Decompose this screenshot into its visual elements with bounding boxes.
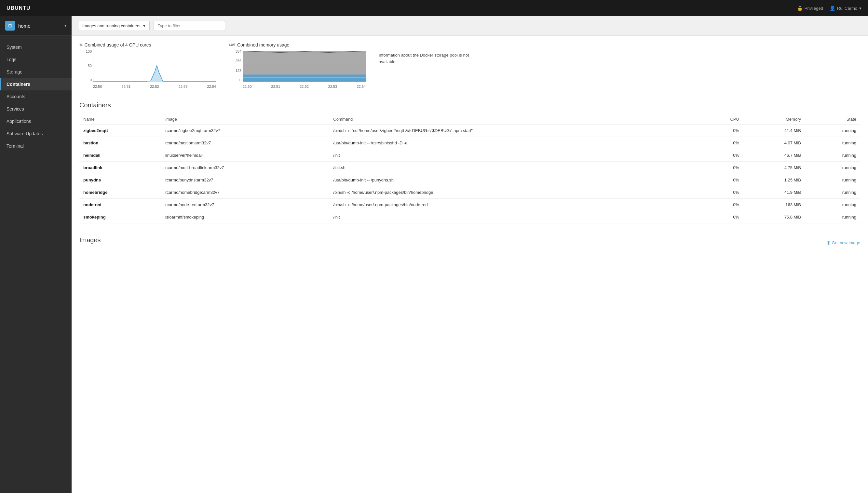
memory-chart-area: 384 256 128 0: [229, 49, 366, 88]
cell-command: /init: [329, 211, 701, 223]
sidebar-divider: [0, 38, 71, 38]
main-layout: ⊞ home ▾ System Logs Storage Containers …: [0, 16, 868, 493]
topbar-title: UBUNTU: [6, 5, 30, 11]
table-row[interactable]: heimdall linuxserver/heimdall /init 0% 4…: [79, 149, 860, 162]
topbar: UBUNTU 🔒 Privileged 👤 Rui Carmo ▾: [0, 0, 868, 16]
cell-cpu: 0%: [701, 199, 743, 211]
get-new-image-button[interactable]: ⊕ Get new image: [826, 240, 860, 246]
containers-table: Name Image Command CPU Memory State zigb…: [79, 114, 860, 223]
cell-memory: 75.8 MiB: [743, 211, 805, 223]
cell-cpu: 0%: [701, 125, 743, 137]
memory-y-labels: 384 256 128 0: [229, 49, 241, 82]
cell-name: punydns: [79, 174, 161, 186]
memory-chart-unit: MiB: [229, 43, 235, 47]
content-area: Images and running containers ▾ % Combin…: [71, 16, 868, 493]
storage-info: Information about the Docker storage poo…: [379, 42, 476, 88]
images-title: Images: [79, 236, 101, 244]
cell-name: heimdall: [79, 149, 161, 162]
cpu-chart-block: % Combined usage of 4 CPU cores 100 50 0: [79, 42, 216, 88]
cell-command: /bin/sh -c "cd /home/user/zigbee2mqtt &&…: [329, 125, 701, 137]
privileged-indicator: 🔒 Privileged: [797, 5, 823, 11]
sidebar-item-storage[interactable]: Storage: [0, 66, 71, 78]
images-header: Images ⊕ Get new image: [79, 236, 860, 249]
cell-cpu: 0%: [701, 149, 743, 162]
cpu-chart-inner: [93, 49, 216, 82]
cell-name: zigbee2mqtt: [79, 125, 161, 137]
memory-x-labels: 22:50 22:51 22:52 22:53 22:54: [243, 85, 366, 88]
plus-circle-icon: ⊕: [826, 240, 831, 246]
cell-image: rcarmo/bastion:arm32v7: [161, 137, 329, 149]
col-header-image: Image: [161, 114, 329, 125]
cell-memory: 41.9 MiB: [743, 186, 805, 199]
cell-image: lsioarmhf/smokeping: [161, 211, 329, 223]
col-header-cpu: CPU: [701, 114, 743, 125]
sidebar-home-left: ⊞ home: [5, 21, 30, 30]
cell-cpu: 0%: [701, 137, 743, 149]
topbar-right: 🔒 Privileged 👤 Rui Carmo ▾: [797, 5, 862, 11]
user-icon: 👤: [830, 5, 835, 11]
cell-cpu: 0%: [701, 174, 743, 186]
cell-image: rcarmo/punydns:arm32v7: [161, 174, 329, 186]
user-menu[interactable]: 👤 Rui Carmo ▾: [830, 5, 862, 11]
cell-image: rcarmo/homebridge:arm32v7: [161, 186, 329, 199]
cell-command: /bin/sh -c /home/user/.npm-packages/bin/…: [329, 199, 701, 211]
table-row[interactable]: node-red rcarmo/node-red:arm32v7 /bin/sh…: [79, 199, 860, 211]
cell-memory: 4.75 MiB: [743, 162, 805, 174]
cpu-chart-header: % Combined usage of 4 CPU cores: [79, 42, 216, 47]
cpu-x-labels: 22:50 22:51 22:52 22:53 22:54: [93, 85, 216, 88]
memory-chart-inner: [243, 49, 366, 82]
memory-chart-svg: [243, 49, 366, 82]
col-header-command: Command: [329, 114, 701, 125]
cell-cpu: 0%: [701, 186, 743, 199]
memory-chart-header: MiB Combined memory usage: [229, 42, 366, 47]
sidebar-item-applications[interactable]: Applications: [0, 115, 71, 127]
table-row[interactable]: smokeping lsioarmhf/smokeping /init 0% 7…: [79, 211, 860, 223]
sidebar-item-accounts[interactable]: Accounts: [0, 90, 71, 103]
sidebar: ⊞ home ▾ System Logs Storage Containers …: [0, 16, 71, 493]
cell-image: rcarmo/mqtt-broadlink:arm32v7: [161, 162, 329, 174]
sidebar-item-logs[interactable]: Logs: [0, 53, 71, 66]
sidebar-item-services[interactable]: Services: [0, 103, 71, 115]
dropdown-chevron-icon: ▾: [143, 23, 145, 28]
sidebar-home-header[interactable]: ⊞ home ▾: [0, 16, 71, 36]
sidebar-item-software-updates[interactable]: Software Updates: [0, 127, 71, 140]
containers-section: Containers Name Image Command CPU Memory…: [71, 95, 868, 230]
cell-memory: 46.7 MiB: [743, 149, 805, 162]
cell-cpu: 0%: [701, 211, 743, 223]
cell-state: running: [805, 211, 860, 223]
cell-command: /bin/sh -c /home/user/.npm-packages/bin/…: [329, 186, 701, 199]
toolbar: Images and running containers ▾: [71, 16, 868, 36]
table-row[interactable]: broadlink rcarmo/mqtt-broadlink:arm32v7 …: [79, 162, 860, 174]
lock-icon: 🔒: [797, 5, 803, 11]
table-row[interactable]: bastion rcarmo/bastion:arm32v7 /usr/bin/…: [79, 137, 860, 149]
cpu-chart-area: 100 50 0 22:50 22:51: [79, 49, 216, 88]
cell-state: running: [805, 186, 860, 199]
cell-memory: 41.4 MiB: [743, 125, 805, 137]
view-dropdown-label: Images and running containers: [82, 23, 141, 28]
cell-image: rcarmo/node-red:arm32v7: [161, 199, 329, 211]
images-section: Images ⊕ Get new image: [71, 230, 868, 261]
filter-input[interactable]: [153, 21, 225, 31]
cell-state: running: [805, 199, 860, 211]
sidebar-item-system[interactable]: System: [0, 41, 71, 53]
table-row[interactable]: homebridge rcarmo/homebridge:arm32v7 /bi…: [79, 186, 860, 199]
cell-cpu: 0%: [701, 162, 743, 174]
containers-title: Containers: [79, 102, 860, 109]
home-icon: ⊞: [5, 21, 15, 30]
cell-state: running: [805, 162, 860, 174]
view-dropdown[interactable]: Images and running containers ▾: [78, 21, 150, 31]
cpu-chart-svg: [93, 49, 216, 82]
table-row[interactable]: punydns rcarmo/punydns:arm32v7 /usr/bin/…: [79, 174, 860, 186]
sidebar-item-containers[interactable]: Containers: [0, 78, 71, 90]
sidebar-item-terminal[interactable]: Terminal: [0, 140, 71, 152]
memory-chart-block: MiB Combined memory usage 384 256 128 0: [229, 42, 366, 88]
table-row[interactable]: zigbee2mqtt rcarmo/zigbee2mqtt:arm32v7 /…: [79, 125, 860, 137]
get-new-image-label: Get new image: [832, 240, 860, 245]
cpu-chart-unit: %: [79, 43, 83, 47]
svg-marker-4: [243, 77, 366, 78]
user-label: Rui Carmo: [837, 6, 857, 11]
sidebar-chevron-icon: ▾: [64, 23, 66, 28]
cell-name: node-red: [79, 199, 161, 211]
memory-chart-title: Combined memory usage: [237, 42, 289, 47]
cell-name: bastion: [79, 137, 161, 149]
